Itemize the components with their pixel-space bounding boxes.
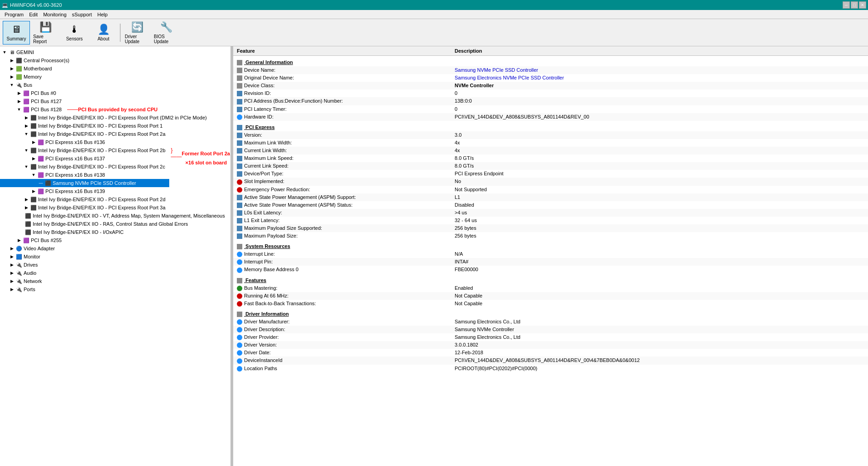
value-drv-manufacturer: Samsung Electronics Co., Ltd — [451, 318, 868, 326]
tree-node-video[interactable]: ▶ 🔵 Video Adapter — [0, 244, 230, 253]
tree-node-iio-apic[interactable]: ⬛ Intel Ivy Bridge-EN/EP/EX IIO - I/OxAP… — [0, 228, 230, 236]
minimize-button[interactable]: ─ — [843, 1, 850, 9]
summary-button[interactable]: 🖥 Summary — [3, 21, 30, 45]
main-content: ▼ 🖥 GEMINI ▶ ⬛ Central Processor(s) ▶ 🟩 … — [0, 46, 868, 466]
tree-node-pcie137[interactable]: ▶ 🟪 PCI Express x16 Bus #137 — [0, 154, 169, 163]
expander-pcie138[interactable]: ▼ — [30, 171, 37, 178]
tree-node-gemini[interactable]: ▼ 🖥 GEMINI — [0, 48, 230, 56]
tree-node-iio-rp2d[interactable]: ▶ ⬛ Intel Ivy Bridge-EN/EP/EX IIO - PCI … — [0, 195, 230, 203]
tree-node-iio-rp2b[interactable]: ▼ ⬛ Intel Ivy Bridge-EN/EP/EX IIO - PCI … — [0, 146, 169, 154]
feature-mem-base: Memory Base Address 0 — [233, 266, 451, 273]
menu-monitoring[interactable]: Monitoring — [40, 11, 69, 18]
tree-node-pci255[interactable]: ▶ 🟪 PCI Bus #255 — [0, 236, 230, 244]
expander-ports[interactable]: ▶ — [8, 286, 15, 293]
expander-video[interactable]: ▶ — [8, 245, 15, 252]
tree-node-iio-rp2a[interactable]: ▼ ⬛ Intel Ivy Bridge-EN/EP/EX IIO - PCI … — [0, 130, 230, 138]
icon-network: 🔌 — [15, 278, 23, 285]
tree-node-iio-rp2c[interactable]: ▼ ⬛ Intel Ivy Bridge-EN/EP/EX IIO - PCI … — [0, 163, 169, 171]
expander-bus[interactable]: ▼ — [8, 81, 15, 89]
tree-node-iio-vt[interactable]: ⬛ Intel Ivy Bridge-EN/EP/EX IIO - VT, Ad… — [0, 212, 230, 220]
driver-update-button[interactable]: 🔄 Driver Update — [123, 21, 151, 45]
feature-slot-impl: Slot Implemented: — [233, 178, 451, 185]
menu-program[interactable]: Program — [2, 11, 26, 18]
row-drv-version: Driver Version: 3.0.0.1802 — [233, 341, 868, 349]
tree-node-pci128[interactable]: ▼ 🟪 PCI Bus #128 — [0, 105, 65, 114]
expander-pcie137[interactable]: ▶ — [30, 155, 37, 162]
tree-node-cpu[interactable]: ▶ ⬛ Central Processor(s) — [0, 56, 230, 64]
icon-iio-ras: ⬛ — [25, 220, 32, 228]
save-report-button[interactable]: 💾 Save Report — [32, 21, 59, 45]
expander-monitor[interactable]: ▶ — [8, 253, 15, 260]
expander-iio-rp2c[interactable]: ▼ — [23, 163, 30, 170]
tree-node-network[interactable]: ▶ 🔌 Network — [0, 277, 230, 285]
expander-samsung[interactable]: — — [37, 179, 44, 187]
feature-drv-description: Driver Description: — [233, 326, 451, 333]
label-network: Network — [23, 278, 42, 284]
label-iio-dmi: Intel Ivy Bridge-EN/EP/EX IIO - PCI Expr… — [37, 115, 207, 120]
menu-support[interactable]: sSupport — [69, 11, 95, 18]
close-button[interactable]: ✕ — [859, 1, 866, 9]
expander-drives[interactable]: ▶ — [8, 261, 15, 268]
tree-node-iio-rp1[interactable]: ▶ ⬛ Intel Ivy Bridge-EN/EP/EX IIO - PCI … — [0, 122, 230, 130]
tree-node-iio-rp3a[interactable]: ▶ ⬛ Intel Ivy Bridge-EN/EP/EX IIO - PCI … — [0, 203, 230, 212]
label-iio-rp2d: Intel Ivy Bridge-EN/EP/EX IIO - PCI Expr… — [37, 197, 166, 202]
tree-node-pcie136[interactable]: ▶ 🟪 PCI Express x16 Bus #136 — [0, 138, 230, 146]
value-drv-version: 3.0.0.1802 — [451, 341, 868, 349]
value-l1-exit: 32 - 64 us — [451, 217, 868, 224]
tree-node-pci0[interactable]: ▶ 🟪 PCI Bus #0 — [0, 89, 230, 97]
expander-network[interactable]: ▶ — [8, 278, 15, 285]
tree-node-drives[interactable]: ▶ 🔌 Drives — [0, 261, 230, 269]
expander-pci0[interactable]: ▶ — [15, 89, 23, 97]
value-drv-description: Samsung NVMe Controller — [451, 326, 868, 333]
tree-node-pci127[interactable]: ▶ 🟪 PCI Bus #127 — [0, 97, 230, 105]
expander-iio-rp1[interactable]: ▶ — [23, 122, 30, 129]
tree-node-mem[interactable]: ▶ 🟩 Memory — [0, 73, 230, 81]
menu-help[interactable]: Help — [95, 11, 111, 18]
expander-iio-dmi[interactable]: ▶ — [23, 114, 30, 121]
expander-mb[interactable]: ▶ — [8, 65, 15, 72]
bios-update-button[interactable]: 🔧 BIOS Update — [152, 21, 180, 45]
expander-mem[interactable]: ▶ — [8, 73, 15, 80]
value-drv-provider: Samsung Electronics Co., Ltd — [451, 333, 868, 341]
tree-node-mb[interactable]: ▶ 🟩 Motherboard — [0, 64, 230, 73]
tree-node-bus[interactable]: ▼ 🔌 Bus — [0, 81, 230, 89]
window-controls[interactable]: ─ □ ✕ — [843, 1, 866, 9]
menu-edit[interactable]: Edit — [26, 11, 40, 18]
sensors-button[interactable]: 🌡 Sensors — [61, 21, 88, 45]
maximize-button[interactable]: □ — [851, 1, 858, 9]
tree-node-samsung-nvme[interactable]: — ⬛ Samsung NVMe PCIe SSD Controller — [0, 179, 169, 187]
tree-node-pcie138[interactable]: ▼ 🟪 PCI Express x16 Bus #138 — [0, 171, 169, 179]
tree-node-pcie139[interactable]: ▶ 🟪 PCI Express x16 Bus #139 — [0, 187, 230, 195]
expander-audio[interactable]: ▶ — [8, 269, 15, 277]
bios-update-label: BIOS Update — [154, 34, 178, 44]
expander-iio-rp2a[interactable]: ▼ — [23, 130, 30, 138]
expander-cpu[interactable]: ▶ — [8, 57, 15, 64]
label-pcie137: PCI Express x16 Bus #137 — [44, 156, 105, 161]
expander-gemini[interactable]: ▼ — [1, 49, 8, 56]
tree-node-ports[interactable]: ▶ 🔌 Ports — [0, 285, 230, 293]
expander-pci255[interactable]: ▶ — [15, 237, 23, 244]
value-device-name: Samsung NVMe PCIe SSD Controller — [451, 66, 868, 74]
tree-node-audio[interactable]: ▶ 🔌 Audio — [0, 269, 230, 277]
expander-pci128[interactable]: ▼ — [15, 106, 23, 113]
expander-pcie136[interactable]: ▶ — [30, 139, 37, 146]
tree-node-iio-ras[interactable]: ⬛ Intel Ivy Bridge-EN/EP/EX IIO - RAS, C… — [0, 220, 230, 228]
tree-panel[interactable]: ▼ 🖥 GEMINI ▶ ⬛ Central Processor(s) ▶ 🟩 … — [0, 46, 231, 466]
expander-pci127[interactable]: ▶ — [15, 98, 23, 105]
tree-node-iio-dmi[interactable]: ▶ ⬛ Intel Ivy Bridge-EN/EP/EX IIO - PCI … — [0, 114, 230, 122]
section-sys-resources: System Resources — [233, 240, 868, 250]
about-button[interactable]: 👤 About — [90, 21, 117, 45]
expander-iio-rp2d[interactable]: ▶ — [23, 196, 30, 203]
tree-node-monitor[interactable]: ▶ 🟦 Monitor — [0, 253, 230, 261]
expander-pcie139[interactable]: ▶ — [30, 188, 37, 195]
row-drv-provider: Driver Provider: Samsung Electronics Co.… — [233, 333, 868, 341]
label-drives: Drives — [23, 262, 38, 268]
expander-iio-rp2b[interactable]: ▼ — [23, 147, 30, 154]
section-general-title: General Information — [233, 56, 868, 67]
expander-iio-rp3a[interactable]: ▶ — [23, 204, 30, 211]
feature-l1-exit: L1 Exit Latency: — [233, 217, 451, 224]
value-bus-mastering: Enabled — [451, 284, 868, 292]
row-drv-description: Driver Description: Samsung NVMe Control… — [233, 326, 868, 333]
value-66mhz: Not Capable — [451, 292, 868, 300]
summary-label: Summary — [7, 36, 26, 41]
